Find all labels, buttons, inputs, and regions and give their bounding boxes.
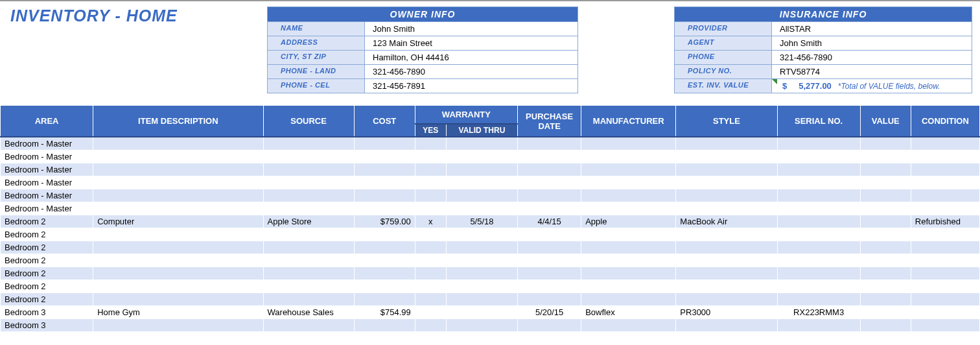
cell-manu[interactable] xyxy=(581,137,676,150)
cell-manu[interactable] xyxy=(581,254,676,267)
table-row[interactable]: Bedroom 2ComputerApple Store$759.00x5/5/… xyxy=(1,215,980,228)
owner-csz-value[interactable]: Hamilton, OH 44416 xyxy=(365,51,578,64)
cell-manu[interactable] xyxy=(581,293,676,306)
cell-cost[interactable] xyxy=(354,163,415,176)
cell-source[interactable] xyxy=(263,293,354,306)
cell-serial[interactable] xyxy=(777,280,860,293)
cell-desc[interactable] xyxy=(93,202,263,215)
cell-source[interactable] xyxy=(263,267,354,280)
cell-wyes[interactable] xyxy=(415,319,446,332)
cell-area[interactable]: Bedroom 2 xyxy=(1,293,93,306)
cell-manu[interactable] xyxy=(581,267,676,280)
cell-area[interactable]: Bedroom - Master xyxy=(1,189,93,202)
cell-wyes[interactable] xyxy=(415,176,446,189)
cell-value[interactable] xyxy=(860,241,911,254)
cell-cost[interactable] xyxy=(354,137,415,150)
cell-source[interactable] xyxy=(263,202,354,215)
table-row[interactable]: Bedroom 2 xyxy=(1,293,980,306)
cell-style[interactable] xyxy=(676,267,777,280)
cell-cost[interactable]: $754.99 xyxy=(354,306,415,319)
table-row[interactable]: Bedroom 2 xyxy=(1,228,980,241)
cell-cond[interactable] xyxy=(911,306,979,319)
cell-wyes[interactable] xyxy=(415,189,446,202)
cell-cost[interactable] xyxy=(354,228,415,241)
cell-wyes[interactable] xyxy=(415,150,446,163)
cell-cond[interactable] xyxy=(911,319,979,332)
cell-value[interactable] xyxy=(860,228,911,241)
cell-pdate[interactable] xyxy=(518,202,581,215)
cell-wthru[interactable] xyxy=(446,228,517,241)
cell-desc[interactable]: Computer xyxy=(93,215,263,228)
cell-wyes[interactable] xyxy=(415,254,446,267)
cell-serial[interactable] xyxy=(777,215,860,228)
cell-source[interactable]: Apple Store xyxy=(263,215,354,228)
cell-area[interactable]: Bedroom 2 xyxy=(1,267,93,280)
owner-cel-value[interactable]: 321-456-7891 xyxy=(365,79,578,93)
cell-cost[interactable] xyxy=(354,241,415,254)
cell-style[interactable] xyxy=(676,254,777,267)
cell-cond[interactable] xyxy=(911,189,979,202)
cell-style[interactable] xyxy=(676,150,777,163)
cell-desc[interactable] xyxy=(93,254,263,267)
cell-desc[interactable] xyxy=(93,241,263,254)
cell-serial[interactable] xyxy=(777,254,860,267)
cell-wyes[interactable]: x xyxy=(415,215,446,228)
cell-serial[interactable] xyxy=(777,202,860,215)
cell-pdate[interactable] xyxy=(518,189,581,202)
cell-desc[interactable] xyxy=(93,228,263,241)
cell-pdate[interactable] xyxy=(518,176,581,189)
cell-pdate[interactable] xyxy=(518,241,581,254)
cell-pdate[interactable] xyxy=(518,150,581,163)
cell-style[interactable] xyxy=(676,228,777,241)
cell-desc[interactable] xyxy=(93,267,263,280)
table-row[interactable]: Bedroom 2 xyxy=(1,267,980,280)
cell-value[interactable] xyxy=(860,150,911,163)
cell-wthru[interactable] xyxy=(446,241,517,254)
cell-wthru[interactable] xyxy=(446,163,517,176)
cell-area[interactable]: Bedroom 3 xyxy=(1,306,93,319)
cell-area[interactable]: Bedroom 2 xyxy=(1,280,93,293)
cell-wthru[interactable] xyxy=(446,254,517,267)
th-area[interactable]: AREA xyxy=(1,106,93,137)
cell-wthru[interactable] xyxy=(446,293,517,306)
cell-source[interactable] xyxy=(263,228,354,241)
table-row[interactable]: Bedroom 3Home GymWarehouse Sales$754.995… xyxy=(1,306,980,319)
cell-area[interactable]: Bedroom 2 xyxy=(1,241,93,254)
ins-agent-value[interactable]: John Smith xyxy=(772,36,972,50)
cell-cost[interactable] xyxy=(354,150,415,163)
cell-style[interactable] xyxy=(676,163,777,176)
cell-cost[interactable] xyxy=(354,319,415,332)
cell-style[interactable] xyxy=(676,241,777,254)
table-row[interactable]: Bedroom - Master xyxy=(1,176,980,189)
cell-area[interactable]: Bedroom - Master xyxy=(1,137,93,150)
cell-style[interactable] xyxy=(676,202,777,215)
cell-cond[interactable] xyxy=(911,280,979,293)
ins-policy-value[interactable]: RTV58774 xyxy=(772,65,972,78)
cell-cost[interactable] xyxy=(354,254,415,267)
cell-pdate[interactable] xyxy=(518,163,581,176)
cell-manu[interactable] xyxy=(581,280,676,293)
cell-manu[interactable] xyxy=(581,228,676,241)
cell-serial[interactable] xyxy=(777,267,860,280)
cell-cond[interactable] xyxy=(911,228,979,241)
cell-area[interactable]: Bedroom - Master xyxy=(1,150,93,163)
owner-address-value[interactable]: 123 Main Street xyxy=(365,36,578,50)
cell-area[interactable]: Bedroom - Master xyxy=(1,176,93,189)
cell-cond[interactable] xyxy=(911,176,979,189)
cell-desc[interactable] xyxy=(93,280,263,293)
cell-cost[interactable]: $759.00 xyxy=(354,215,415,228)
table-row[interactable]: Bedroom - Master xyxy=(1,150,980,163)
cell-wyes[interactable] xyxy=(415,137,446,150)
cell-desc[interactable] xyxy=(93,189,263,202)
cell-style[interactable] xyxy=(676,176,777,189)
cell-serial[interactable]: RX223RMM3 xyxy=(777,306,860,319)
cell-cond[interactable] xyxy=(911,150,979,163)
cell-desc[interactable] xyxy=(93,137,263,150)
cell-wyes[interactable] xyxy=(415,202,446,215)
cell-wyes[interactable] xyxy=(415,306,446,319)
cell-manu[interactable] xyxy=(581,163,676,176)
cell-wthru[interactable] xyxy=(446,267,517,280)
cell-wthru[interactable]: 5/5/18 xyxy=(446,215,517,228)
cell-style[interactable]: MacBook Air xyxy=(676,215,777,228)
cell-desc[interactable] xyxy=(93,293,263,306)
